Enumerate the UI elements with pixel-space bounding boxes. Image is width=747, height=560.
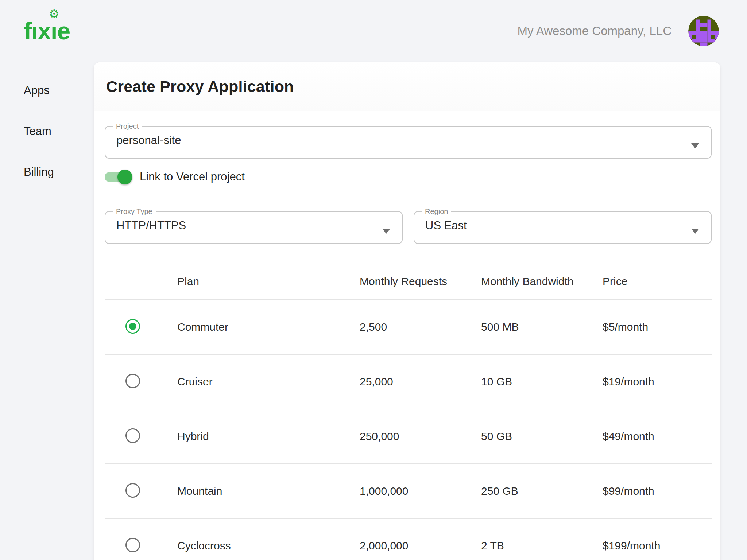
col-header-monthly-requests: Monthly Requests [360,276,481,287]
col-header-price: Price [603,276,712,287]
col-header-monthly-bandwidth: Monthly Bandwidth [481,276,603,287]
plans-table-header: PlanMonthly RequestsMonthly BandwidthPri… [105,244,712,299]
radio-cell [105,319,177,335]
plan-cell: Mountain [177,485,360,497]
requests-cell: 2,500 [360,321,481,333]
bandwidth-cell: 10 GB [481,376,603,388]
price-cell: $199/month [603,540,712,552]
radio-unselected-icon[interactable] [125,374,140,388]
price-cell: $5/month [603,321,712,333]
requests-cell: 25,000 [360,376,481,388]
logo-letter: x [38,19,51,43]
proxy-type-select[interactable]: Proxy Type HTTP/HTTPS [105,207,403,244]
sidebar-item-apps[interactable]: Apps [24,85,93,96]
plan-cell: Hybrid [177,430,360,443]
project-select-value: personal-site [105,130,711,158]
bandwidth-cell: 500 MB [481,321,603,333]
vercel-toggle-label: Link to Vercel project [140,170,245,183]
radio-unselected-icon[interactable] [125,538,140,552]
price-cell: $19/month [603,376,712,388]
plan-cell: Cyclocross [177,540,360,552]
plan-row-cyclocross[interactable]: Cyclocross2,000,0002 TB$199/month [105,518,712,560]
bandwidth-cell: 50 GB [481,430,603,443]
project-select[interactable]: Project personal-site [105,122,712,159]
plan-row-commuter[interactable]: Commuter2,500500 MB$5/month [105,299,712,354]
plan-cell: Commuter [177,321,360,333]
vercel-toggle-row: Link to Vercel project [105,167,712,186]
price-cell: $49/month [603,430,712,443]
plan-row-cruiser[interactable]: Cruiser25,00010 GB$19/month [105,354,712,409]
logo-letter: ı [31,19,38,43]
requests-cell: 1,000,000 [360,485,481,497]
chevron-down-icon [691,143,699,148]
sidebar-item-billing[interactable]: Billing [24,166,93,178]
project-select-label: Project [113,122,142,130]
radio-cell [105,538,177,554]
plan-cell: Cruiser [177,376,360,388]
region-value: US East [414,215,711,243]
plan-row-mountain[interactable]: Mountain1,000,000250 GB$99/month [105,463,712,518]
page-title: Create Proxy Application [106,78,294,96]
radio-unselected-icon[interactable] [125,428,140,443]
requests-cell: 250,000 [360,430,481,443]
avatar[interactable] [688,16,719,46]
sidebar-item-team[interactable]: Team [24,125,93,137]
bandwidth-cell: 250 GB [481,485,603,497]
col-header-plan: Plan [177,276,360,287]
logo-letter: f [24,19,31,43]
price-cell: $99/month [603,485,712,497]
logo-letter: ı⚙ [51,19,57,43]
radio-selected-icon[interactable] [125,319,140,334]
chevron-down-icon [382,229,390,234]
bandwidth-cell: 2 TB [481,540,603,552]
toggle-thumb-icon [117,170,132,184]
app-header: fıxı⚙e My Awesome Company, LLC [0,0,747,62]
create-proxy-card: Create Proxy Application Project persona… [93,62,721,560]
plans-table: PlanMonthly RequestsMonthly BandwidthPri… [105,244,712,560]
region-select[interactable]: Region US East [414,207,712,244]
chevron-down-icon [691,229,699,234]
vercel-toggle[interactable] [105,172,131,182]
fixie-logo[interactable]: fıxı⚙e [24,19,70,43]
radio-cell [105,374,177,390]
sidebar: AppsTeamBilling [0,62,93,207]
radio-cell [105,428,177,444]
proxy-type-label: Proxy Type [113,207,156,215]
region-label: Region [422,207,451,215]
company-name: My Awesome Company, LLC [518,24,671,38]
radio-cell [105,483,177,499]
card-header: Create Proxy Application [94,62,720,111]
proxy-type-value: HTTP/HTTPS [105,215,402,243]
plan-row-hybrid[interactable]: Hybrid250,00050 GB$49/month [105,409,712,463]
radio-unselected-icon[interactable] [125,483,140,498]
logo-letter: e [57,19,70,43]
requests-cell: 2,000,000 [360,540,481,552]
